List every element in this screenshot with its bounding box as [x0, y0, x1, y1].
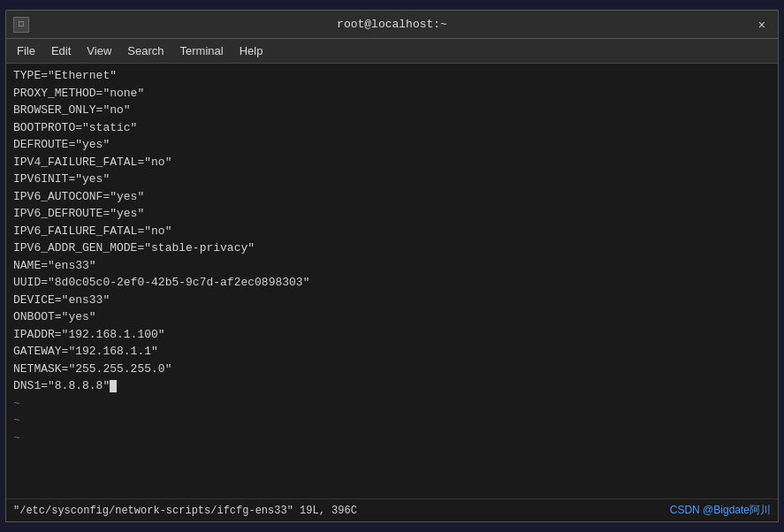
- terminal-line: DEFROUTE="yes": [13, 136, 771, 154]
- terminal-body[interactable]: TYPE="Ethernet"PROXY_METHOD="none"BROWSE…: [6, 64, 778, 498]
- terminal-line: IPV6_FAILURE_FATAL="no": [13, 223, 771, 240]
- menu-edit[interactable]: Edit: [44, 42, 78, 59]
- terminal-line: BOOTPROTO="static": [13, 119, 771, 137]
- tilde-line: ~: [13, 412, 771, 429]
- terminal-line: UUID="8d0c05c0-2ef0-42b5-9c7d-af2ec08983…: [13, 274, 771, 292]
- menu-search[interactable]: Search: [120, 42, 171, 59]
- menu-help[interactable]: Help: [232, 42, 270, 59]
- terminal-window: □ root@localhost:~ × File Edit View Sear…: [5, 10, 779, 522]
- tilde-line: ~: [13, 429, 771, 447]
- menu-terminal[interactable]: Terminal: [173, 42, 231, 59]
- terminal-line: DNS1="8.8.8.8": [13, 377, 771, 395]
- status-bar: "/etc/sysconfig/network-scripts/ifcfg-en…: [6, 498, 778, 521]
- menu-file[interactable]: File: [10, 42, 42, 59]
- terminal-line: IPV6_ADDR_GEN_MODE="stable-privacy": [13, 239, 771, 257]
- terminal-line: TYPE="Ethernet": [13, 67, 771, 85]
- terminal-line: ONBOOT="yes": [13, 308, 771, 326]
- menu-view[interactable]: View: [80, 42, 118, 59]
- terminal-line: DEVICE="ens33": [13, 292, 771, 309]
- terminal-line: BROWSER_ONLY="no": [13, 102, 771, 119]
- title-bar: □ root@localhost:~ ×: [6, 11, 778, 39]
- close-button[interactable]: ×: [753, 16, 771, 34]
- window-title: root@localhost:~: [337, 18, 447, 31]
- terminal-line: IPV6_DEFROUTE="yes": [13, 205, 771, 223]
- terminal-line: IPV6INIT="yes": [13, 171, 771, 188]
- terminal-line: NETMASK="255.255.255.0": [13, 361, 771, 378]
- terminal-line: NAME="ens33": [13, 257, 771, 275]
- tilde-line: ~: [13, 395, 771, 413]
- terminal-line: PROXY_METHOD="none": [13, 85, 771, 103]
- terminal-line: IPADDR="192.168.1.100": [13, 326, 771, 344]
- text-cursor: [110, 380, 117, 392]
- terminal-line: GATEWAY="192.168.1.1": [13, 343, 771, 361]
- terminal-line: IPV6_AUTOCONF="yes": [13, 188, 771, 206]
- menu-bar: File Edit View Search Terminal Help: [6, 39, 778, 64]
- terminal-icon: □: [13, 17, 29, 33]
- title-bar-left: □: [13, 17, 29, 33]
- status-watermark: CSDN @Bigdate阿川: [670, 503, 771, 518]
- status-file-info: "/etc/sysconfig/network-scripts/ifcfg-en…: [13, 505, 357, 517]
- terminal-line: IPV4_FAILURE_FATAL="no": [13, 154, 771, 171]
